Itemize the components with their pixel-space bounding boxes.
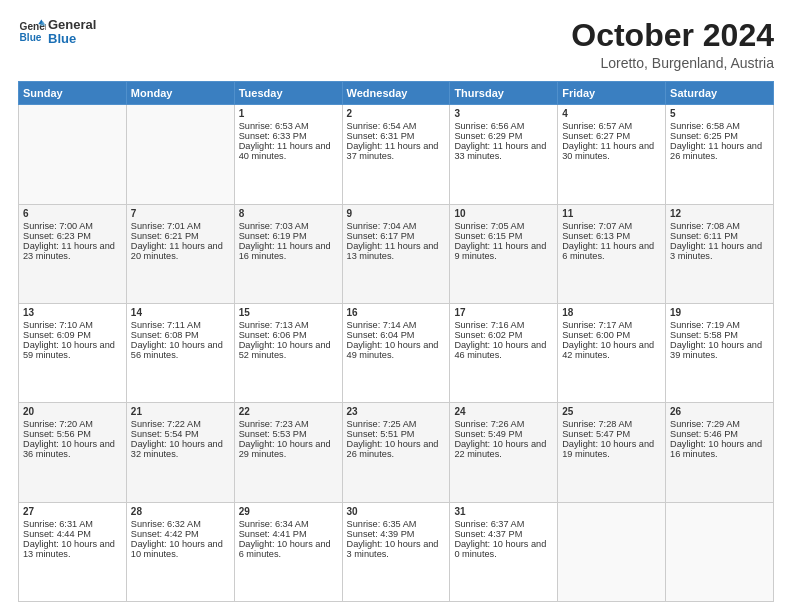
- day-number: 26: [670, 406, 769, 417]
- weekday-header-saturday: Saturday: [666, 82, 774, 105]
- sunset-text: Sunset: 6:21 PM: [131, 231, 199, 241]
- sunset-text: Sunset: 6:11 PM: [670, 231, 738, 241]
- sunrise-text: Sunrise: 6:34 AM: [239, 519, 309, 529]
- day-number: 6: [23, 208, 122, 219]
- daylight-text: Daylight: 11 hours and 23 minutes.: [23, 241, 115, 261]
- weekday-header-friday: Friday: [558, 82, 666, 105]
- daylight-text: Daylight: 10 hours and 59 minutes.: [23, 340, 115, 360]
- sunrise-text: Sunrise: 6:56 AM: [454, 121, 524, 131]
- daylight-text: Daylight: 10 hours and 52 minutes.: [239, 340, 331, 360]
- sunrise-text: Sunrise: 7:08 AM: [670, 221, 740, 231]
- daylight-text: Daylight: 10 hours and 46 minutes.: [454, 340, 546, 360]
- svg-text:Blue: Blue: [20, 33, 42, 44]
- sunrise-text: Sunrise: 7:04 AM: [347, 221, 417, 231]
- sunrise-text: Sunrise: 7:23 AM: [239, 419, 309, 429]
- day-number: 10: [454, 208, 553, 219]
- sunset-text: Sunset: 5:47 PM: [562, 429, 630, 439]
- sunset-text: Sunset: 5:58 PM: [670, 330, 738, 340]
- logo-blue: Blue: [48, 32, 96, 46]
- sunset-text: Sunset: 6:13 PM: [562, 231, 630, 241]
- daylight-text: Daylight: 11 hours and 9 minutes.: [454, 241, 546, 261]
- title-block: October 2024 Loretto, Burgenland, Austri…: [571, 18, 774, 71]
- daylight-text: Daylight: 10 hours and 19 minutes.: [562, 439, 654, 459]
- calendar-table: SundayMondayTuesdayWednesdayThursdayFrid…: [18, 81, 774, 602]
- day-number: 23: [347, 406, 446, 417]
- sunset-text: Sunset: 4:37 PM: [454, 529, 522, 539]
- calendar-header-row: SundayMondayTuesdayWednesdayThursdayFrid…: [19, 82, 774, 105]
- daylight-text: Daylight: 10 hours and 32 minutes.: [131, 439, 223, 459]
- day-number: 3: [454, 108, 553, 119]
- calendar-cell: 4Sunrise: 6:57 AMSunset: 6:27 PMDaylight…: [558, 105, 666, 204]
- day-number: 13: [23, 307, 122, 318]
- calendar-cell: 25Sunrise: 7:28 AMSunset: 5:47 PMDayligh…: [558, 403, 666, 502]
- day-number: 21: [131, 406, 230, 417]
- calendar-cell: 11Sunrise: 7:07 AMSunset: 6:13 PMDayligh…: [558, 204, 666, 303]
- calendar-cell: 24Sunrise: 7:26 AMSunset: 5:49 PMDayligh…: [450, 403, 558, 502]
- sunset-text: Sunset: 6:04 PM: [347, 330, 415, 340]
- calendar-cell: 21Sunrise: 7:22 AMSunset: 5:54 PMDayligh…: [126, 403, 234, 502]
- weekday-header-tuesday: Tuesday: [234, 82, 342, 105]
- calendar-cell: 26Sunrise: 7:29 AMSunset: 5:46 PMDayligh…: [666, 403, 774, 502]
- calendar-cell: 13Sunrise: 7:10 AMSunset: 6:09 PMDayligh…: [19, 303, 127, 402]
- day-number: 9: [347, 208, 446, 219]
- sunrise-text: Sunrise: 7:11 AM: [131, 320, 201, 330]
- calendar-cell: 12Sunrise: 7:08 AMSunset: 6:11 PMDayligh…: [666, 204, 774, 303]
- sunrise-text: Sunrise: 7:10 AM: [23, 320, 93, 330]
- daylight-text: Daylight: 10 hours and 10 minutes.: [131, 539, 223, 559]
- sunrise-text: Sunrise: 6:58 AM: [670, 121, 740, 131]
- sunset-text: Sunset: 6:06 PM: [239, 330, 307, 340]
- day-number: 8: [239, 208, 338, 219]
- calendar-cell: 14Sunrise: 7:11 AMSunset: 6:08 PMDayligh…: [126, 303, 234, 402]
- sunrise-text: Sunrise: 7:07 AM: [562, 221, 632, 231]
- sunset-text: Sunset: 4:41 PM: [239, 529, 307, 539]
- sunrise-text: Sunrise: 6:53 AM: [239, 121, 309, 131]
- sunrise-text: Sunrise: 7:01 AM: [131, 221, 201, 231]
- day-number: 16: [347, 307, 446, 318]
- calendar-cell: 5Sunrise: 6:58 AMSunset: 6:25 PMDaylight…: [666, 105, 774, 204]
- sunrise-text: Sunrise: 7:17 AM: [562, 320, 632, 330]
- page: General Blue General Blue October 2024 L…: [0, 0, 792, 612]
- sunrise-text: Sunrise: 6:37 AM: [454, 519, 524, 529]
- calendar-cell: 23Sunrise: 7:25 AMSunset: 5:51 PMDayligh…: [342, 403, 450, 502]
- daylight-text: Daylight: 10 hours and 6 minutes.: [239, 539, 331, 559]
- day-number: 18: [562, 307, 661, 318]
- sunset-text: Sunset: 6:23 PM: [23, 231, 91, 241]
- daylight-text: Daylight: 10 hours and 29 minutes.: [239, 439, 331, 459]
- sunrise-text: Sunrise: 7:05 AM: [454, 221, 524, 231]
- daylight-text: Daylight: 10 hours and 36 minutes.: [23, 439, 115, 459]
- calendar-cell: 1Sunrise: 6:53 AMSunset: 6:33 PMDaylight…: [234, 105, 342, 204]
- day-number: 14: [131, 307, 230, 318]
- weekday-header-thursday: Thursday: [450, 82, 558, 105]
- calendar-cell: 27Sunrise: 6:31 AMSunset: 4:44 PMDayligh…: [19, 502, 127, 601]
- calendar-cell: 9Sunrise: 7:04 AMSunset: 6:17 PMDaylight…: [342, 204, 450, 303]
- day-number: 29: [239, 506, 338, 517]
- day-number: 25: [562, 406, 661, 417]
- calendar-week-5: 27Sunrise: 6:31 AMSunset: 4:44 PMDayligh…: [19, 502, 774, 601]
- day-number: 5: [670, 108, 769, 119]
- daylight-text: Daylight: 11 hours and 30 minutes.: [562, 141, 654, 161]
- calendar-week-4: 20Sunrise: 7:20 AMSunset: 5:56 PMDayligh…: [19, 403, 774, 502]
- calendar-cell: [126, 105, 234, 204]
- logo-general: General: [48, 18, 96, 32]
- calendar-week-2: 6Sunrise: 7:00 AMSunset: 6:23 PMDaylight…: [19, 204, 774, 303]
- sunset-text: Sunset: 4:44 PM: [23, 529, 91, 539]
- calendar-cell: [558, 502, 666, 601]
- header: General Blue General Blue October 2024 L…: [18, 18, 774, 71]
- sunset-text: Sunset: 6:29 PM: [454, 131, 522, 141]
- daylight-text: Daylight: 11 hours and 26 minutes.: [670, 141, 762, 161]
- daylight-text: Daylight: 11 hours and 16 minutes.: [239, 241, 331, 261]
- calendar-cell: 7Sunrise: 7:01 AMSunset: 6:21 PMDaylight…: [126, 204, 234, 303]
- sunrise-text: Sunrise: 7:26 AM: [454, 419, 524, 429]
- calendar-cell: 30Sunrise: 6:35 AMSunset: 4:39 PMDayligh…: [342, 502, 450, 601]
- sunrise-text: Sunrise: 7:28 AM: [562, 419, 632, 429]
- sunrise-text: Sunrise: 6:32 AM: [131, 519, 201, 529]
- sunset-text: Sunset: 6:25 PM: [670, 131, 738, 141]
- calendar-cell: 19Sunrise: 7:19 AMSunset: 5:58 PMDayligh…: [666, 303, 774, 402]
- location-subtitle: Loretto, Burgenland, Austria: [571, 55, 774, 71]
- daylight-text: Daylight: 11 hours and 37 minutes.: [347, 141, 439, 161]
- sunset-text: Sunset: 6:00 PM: [562, 330, 630, 340]
- sunrise-text: Sunrise: 6:57 AM: [562, 121, 632, 131]
- sunset-text: Sunset: 6:33 PM: [239, 131, 307, 141]
- day-number: 19: [670, 307, 769, 318]
- calendar-cell: 28Sunrise: 6:32 AMSunset: 4:42 PMDayligh…: [126, 502, 234, 601]
